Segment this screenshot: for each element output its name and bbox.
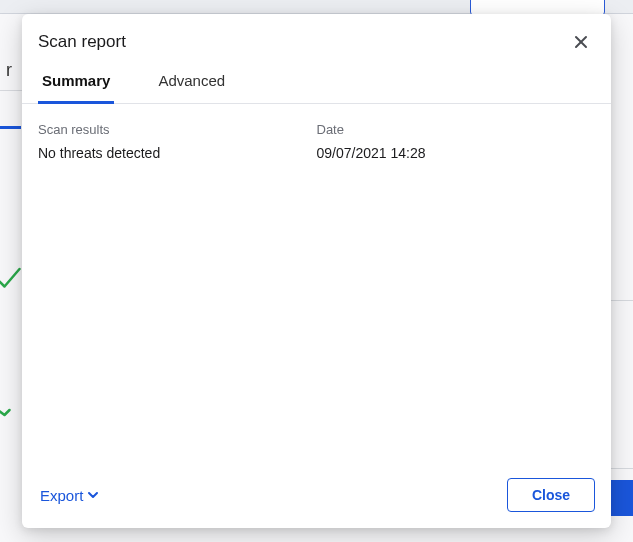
bg-truncated-text: r xyxy=(6,60,12,81)
dialog-tabs: Summary Advanced xyxy=(22,62,611,104)
dialog-content: Scan results No threats detected Date 09… xyxy=(22,104,611,466)
close-button[interactable]: Close xyxy=(507,478,595,512)
scan-results-column: Scan results No threats detected xyxy=(38,122,317,448)
bg-primary-button-fragment xyxy=(611,480,633,516)
scan-results-value: No threats detected xyxy=(38,145,317,161)
scan-results-label: Scan results xyxy=(38,122,317,137)
tab-summary[interactable]: Summary xyxy=(38,62,114,104)
date-label: Date xyxy=(317,122,596,137)
chevron-down-icon xyxy=(87,489,99,501)
bg-divider xyxy=(611,468,633,469)
bg-divider xyxy=(0,90,22,91)
dialog-title: Scan report xyxy=(38,32,126,52)
bg-divider xyxy=(611,300,633,301)
close-icon[interactable] xyxy=(567,28,595,56)
export-label: Export xyxy=(40,487,83,504)
bg-check-fragment-icon xyxy=(0,264,22,294)
dialog-footer: Export Close xyxy=(22,466,611,528)
tab-advanced[interactable]: Advanced xyxy=(154,62,229,104)
date-value: 09/07/2021 14:28 xyxy=(317,145,596,161)
bg-active-tab-indicator xyxy=(0,126,21,129)
export-button[interactable]: Export xyxy=(38,481,101,510)
scan-report-dialog: Scan report Summary Advanced Scan result… xyxy=(22,14,611,528)
date-column: Date 09/07/2021 14:28 xyxy=(317,122,596,448)
bg-check-fragment-icon xyxy=(0,390,22,420)
dialog-header: Scan report xyxy=(22,14,611,62)
